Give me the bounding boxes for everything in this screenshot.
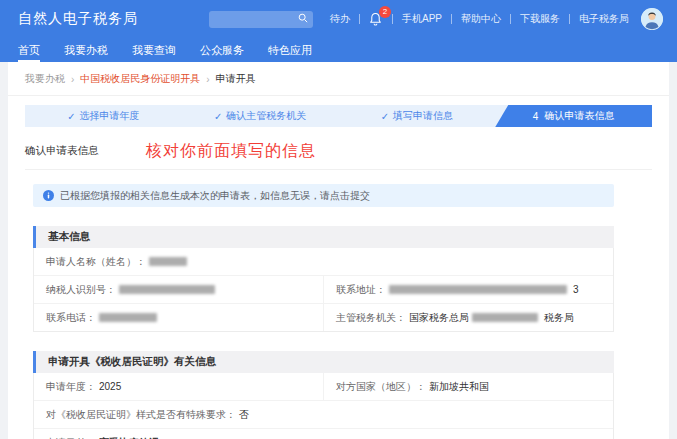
field-value: 享受协定待遇 — [99, 436, 159, 439]
field-value: 新加坡共和国 — [429, 380, 489, 394]
divider — [510, 14, 511, 24]
step-2-confirm-authority[interactable]: ✓ 确认主管税务机关 — [182, 105, 339, 127]
field-label: 联系电话： — [46, 311, 96, 325]
step-label: 选择申请年度 — [80, 109, 140, 123]
content-area: 确认申请表信息 核对你前面填写的信息 已根据您填报的相关信息生成本次的申请表，如… — [8, 127, 669, 439]
field-value: 税务局 — [544, 311, 574, 325]
section-basic-info: 基本信息 申请人名称（姓名）： 纳税人识别号： — [33, 226, 614, 332]
link-etax-bureau[interactable]: 电子税务局 — [579, 12, 629, 26]
redacted-value — [99, 313, 157, 322]
table-row: 申请人名称（姓名）： — [34, 248, 613, 276]
nav-item-inquiry[interactable]: 我要查询 — [132, 38, 176, 62]
red-annotation: 核对你前面填写的信息 — [146, 141, 316, 162]
step-label: 确认申请表信息 — [544, 109, 614, 123]
table-row: 申请年度： 2025 对方国家（地区）： 新加坡共和国 — [34, 373, 613, 401]
field-taxpayer-id: 纳税人识别号： — [34, 276, 323, 303]
field-label: 申请人名称（姓名）： — [46, 255, 146, 269]
field-label: 对方国家（地区）： — [336, 380, 426, 394]
info-banner: 已根据您填报的相关信息生成本次的申请表，如信息无误，请点击提交 — [33, 184, 614, 207]
redacted-value — [389, 285, 567, 294]
link-mobile-app[interactable]: 手机APP — [402, 12, 442, 26]
search-input[interactable] — [214, 14, 298, 25]
step-label: 确认主管税务机关 — [226, 109, 306, 123]
step-indicator: ✓ 选择申请年度 ✓ 确认主管税务机关 ✓ 填写申请信息 4 确认申请表信息 — [25, 105, 652, 127]
divider — [451, 14, 452, 24]
section-certificate-info-header: 申请开具《税收居民证明》有关信息 — [33, 351, 614, 373]
table-row: 申请目的： 享受协定待遇 — [34, 429, 613, 439]
field-contact-phone: 联系电话： — [34, 304, 323, 331]
content-inner: 已根据您填报的相关信息生成本次的申请表，如信息无误，请点击提交 基本信息 申请人… — [33, 184, 614, 439]
field-label: 联系地址： — [336, 283, 386, 297]
field-application-year: 申请年度： 2025 — [34, 373, 323, 400]
step-label: 填写申请信息 — [393, 109, 453, 123]
redacted-value — [119, 285, 215, 294]
page-background: 我要办税 › 中国税收居民身份证明开具 › 申请开具 ✓ 选择申请年度 ✓ 确认… — [0, 62, 677, 439]
field-applicant-name: 申请人名称（姓名）： — [34, 248, 613, 275]
field-tax-authority: 主管税务机关： 国家税务总局 税务局 — [323, 304, 613, 331]
table-row: 对《税收居民证明》样式是否有特殊要求： 否 — [34, 401, 613, 429]
divider — [359, 14, 360, 24]
field-label: 主管税务机关： — [336, 311, 406, 325]
step-1-select-year[interactable]: ✓ 选择申请年度 — [25, 105, 182, 127]
breadcrumb-tax-services[interactable]: 我要办税 — [25, 72, 65, 86]
field-format-requirement: 对《税收居民证明》样式是否有特殊要求： 否 — [34, 401, 613, 428]
nav-item-home[interactable]: 首页 — [18, 38, 40, 62]
search-icon[interactable] — [298, 13, 308, 25]
todo-link[interactable]: 待办 — [330, 12, 350, 26]
info-icon — [43, 190, 54, 201]
page-title: 确认申请表信息 — [25, 144, 652, 158]
screen: 自然人电子税务局 待办 2 手机APP 帮助中心 下载服务 电子税务局 — [0, 0, 677, 439]
field-label: 申请目的： — [46, 436, 96, 439]
field-value: 否 — [239, 408, 249, 422]
field-contact-address: 联系地址： 3 — [323, 276, 613, 303]
field-label: 申请年度： — [46, 380, 96, 394]
nav-item-featured-apps[interactable]: 特色应用 — [268, 38, 312, 62]
check-icon: ✓ — [381, 111, 389, 122]
redacted-value — [472, 313, 538, 322]
search-box[interactable] — [209, 11, 313, 28]
breadcrumb-current-apply: 申请开具 — [216, 72, 256, 86]
nav-item-public-services[interactable]: 公众服务 — [200, 38, 244, 62]
link-help-center[interactable]: 帮助中心 — [461, 12, 501, 26]
step-number: 4 — [533, 111, 539, 122]
table-row: 联系电话： 主管税务机关： 国家税务总局 税务局 — [34, 304, 613, 331]
user-avatar[interactable] — [641, 8, 663, 30]
chevron-right-icon: › — [206, 74, 209, 85]
app-header: 自然人电子税务局 待办 2 手机APP 帮助中心 下载服务 电子税务局 — [0, 0, 677, 38]
page-title-row: 确认申请表信息 核对你前面填写的信息 — [25, 139, 652, 170]
notification-badge: 2 — [379, 6, 391, 18]
notification-bell-icon[interactable]: 2 — [369, 12, 383, 27]
step-4-confirm-form[interactable]: 4 确认申请表信息 — [495, 105, 652, 127]
field-value: 国家税务总局 — [409, 311, 469, 325]
check-icon: ✓ — [214, 111, 222, 122]
field-application-purpose: 申请目的： 享受协定待遇 — [34, 429, 613, 439]
main-card: 我要办税 › 中国税收居民身份证明开具 › 申请开具 ✓ 选择申请年度 ✓ 确认… — [8, 62, 669, 439]
link-downloads[interactable]: 下载服务 — [520, 12, 560, 26]
field-label: 纳税人识别号： — [46, 283, 116, 297]
banner-text: 已根据您填报的相关信息生成本次的申请表，如信息无误，请点击提交 — [60, 189, 370, 203]
redacted-value — [149, 257, 187, 266]
table-row: 纳税人识别号： 联系地址： 3 — [34, 276, 613, 304]
divider — [392, 14, 393, 24]
header-right: 待办 2 手机APP 帮助中心 下载服务 电子税务局 — [209, 8, 663, 30]
breadcrumb: 我要办税 › 中国税收居民身份证明开具 › 申请开具 — [8, 62, 669, 96]
main-nav: 首页 我要办税 我要查询 公众服务 特色应用 — [0, 38, 677, 62]
nav-item-tax-services[interactable]: 我要办税 — [64, 38, 108, 62]
chevron-right-icon: › — [71, 74, 74, 85]
section-basic-info-header: 基本信息 — [33, 226, 614, 248]
certificate-info-table: 申请年度： 2025 对方国家（地区）： 新加坡共和国 对《 — [33, 373, 614, 439]
basic-info-table: 申请人名称（姓名）： 纳税人识别号： 联系地址： — [33, 248, 614, 332]
field-value: 2025 — [99, 381, 121, 392]
check-icon: ✓ — [67, 111, 75, 122]
app-title: 自然人电子税务局 — [18, 10, 138, 28]
divider — [569, 14, 570, 24]
field-value: 3 — [573, 284, 579, 295]
field-label: 对《税收居民证明》样式是否有特殊要求： — [46, 408, 236, 422]
section-certificate-info: 申请开具《税收居民证明》有关信息 申请年度： 2025 对方国家（地区）： 新加… — [33, 351, 614, 439]
field-counterpart-country: 对方国家（地区）： 新加坡共和国 — [323, 373, 613, 400]
breadcrumb-certificate-issue[interactable]: 中国税收居民身份证明开具 — [80, 72, 200, 86]
step-3-fill-info[interactable]: ✓ 填写申请信息 — [339, 105, 496, 127]
